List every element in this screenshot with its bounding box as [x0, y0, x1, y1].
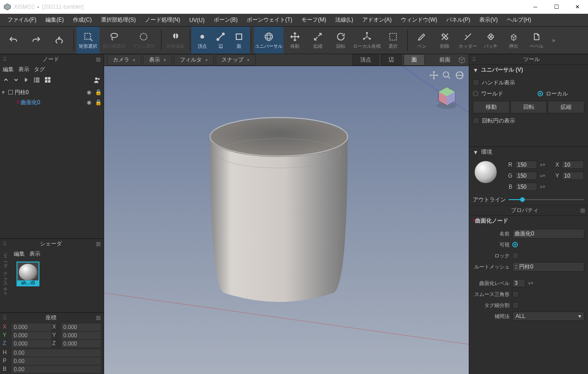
shader-edit-menu[interactable]: 編集 [14, 250, 25, 258]
undo-button[interactable] [2, 27, 25, 54]
out-icon[interactable] [23, 77, 29, 83]
local-radio[interactable] [538, 91, 543, 96]
universal-section-header[interactable]: ▼ユニバーサル (V) [469, 64, 588, 75]
close-button[interactable]: ✕ [567, 0, 588, 14]
grip-icon[interactable]: ⠿ [3, 315, 6, 321]
rotate-tool-button[interactable]: 回転 [329, 27, 352, 54]
camera-dropdown[interactable]: カメラ [107, 54, 141, 66]
menu-window[interactable]: ウィンドウ(W) [397, 14, 441, 26]
recycle-button[interactable] [48, 27, 71, 54]
local-coord-button[interactable]: ローカル座標 [352, 27, 382, 54]
menu-node[interactable]: ノード処理(N) [141, 14, 184, 26]
lasso-select-button[interactable]: 投げ縄選択 [100, 27, 129, 54]
universal-tool-button[interactable]: ユニバーサル [254, 27, 283, 54]
smoothtri-checkbox[interactable] [512, 291, 519, 297]
close-icon[interactable]: ⊠ [96, 314, 101, 321]
visible-radio[interactable] [512, 242, 518, 247]
node-display-menu[interactable]: 表示 [18, 66, 29, 73]
menu-edit[interactable]: 編集(E) [42, 14, 67, 26]
toolbar-overflow[interactable]: » [550, 27, 557, 54]
coord-x[interactable]: 0.000 [12, 324, 51, 331]
rootmesh-field[interactable]: :: 円柱0 [512, 262, 584, 272]
view-face-tab[interactable]: 面 [404, 54, 425, 66]
menu-view[interactable]: 表示(V) [476, 14, 501, 26]
extrude-tool-button[interactable]: 押出 [502, 27, 525, 54]
list-icon[interactable] [33, 76, 40, 84]
coord-y[interactable]: 0.000 [12, 332, 51, 339]
close-icon[interactable]: ⊠ [96, 56, 101, 63]
symmetry-button[interactable]: 対称編集 [164, 27, 187, 54]
coord-p[interactable]: 0.00 [12, 357, 101, 365]
rotate-button[interactable]: 回転 [510, 101, 547, 113]
menu-file[interactable]: ファイル(F) [4, 14, 40, 26]
bevel-tool-button[interactable]: ベベル [525, 27, 548, 54]
lock-checkbox[interactable] [512, 252, 519, 259]
menu-selection[interactable]: 選択部処理(S) [97, 14, 139, 26]
close-icon[interactable]: ⊠ [96, 240, 101, 247]
orbit-icon[interactable] [455, 71, 464, 80]
visibility-icon[interactable]: ◉ [85, 99, 93, 106]
lock-icon[interactable]: 🔒 [94, 99, 102, 106]
redo-button[interactable] [25, 27, 48, 54]
menu-help[interactable]: ヘルプ(H) [503, 14, 535, 26]
view-edge-tab[interactable]: 辺 [381, 54, 402, 66]
env-section-header[interactable]: ▼環境 [469, 146, 588, 157]
menu-uv[interactable]: UV(U) [186, 15, 208, 25]
outline-slider[interactable] [509, 196, 584, 203]
vertex-mode-button[interactable]: 頂点 [193, 27, 211, 54]
filter-dropdown[interactable]: フィルタ [174, 54, 214, 66]
menu-boneweight[interactable]: ボーンウェイト(T) [243, 14, 296, 26]
wireframe-icon[interactable] [458, 56, 466, 64]
interp-select[interactable]: ALL▾ [512, 312, 584, 321]
tree-row[interactable]: ⠿ 曲面化0 ◉ 🔒 [0, 97, 104, 107]
users-icon[interactable] [94, 76, 101, 84]
menu-panel[interactable]: パネル(P) [443, 14, 474, 26]
menu-create[interactable]: 作成(C) [69, 14, 95, 26]
move-button[interactable]: 移動 [473, 101, 510, 113]
scale-button[interactable]: 拡縮 [548, 101, 584, 113]
viewport-3d[interactable] [104, 66, 469, 374]
maximize-button[interactable]: ☐ [546, 0, 567, 14]
coord-z2[interactable]: 0.000 [61, 340, 101, 347]
zoom-icon[interactable] [442, 71, 451, 80]
display-dropdown[interactable]: 表示 [143, 54, 172, 66]
rotcircle-checkbox[interactable] [473, 117, 479, 124]
snap-dropdown[interactable]: スナップ [216, 54, 255, 66]
grip-icon[interactable]: ⠿ [3, 241, 6, 247]
handle-checkbox[interactable] [473, 79, 479, 86]
edge-mode-button[interactable]: 辺 [211, 27, 230, 54]
node-edit-menu[interactable]: 編集 [3, 66, 14, 73]
grip-icon[interactable]: ⠿ [472, 56, 475, 63]
tree-row[interactable]: ▾ 円柱0 ◉ 🔒 [0, 87, 104, 97]
g-input[interactable]: 150 [515, 172, 537, 180]
b-input[interactable]: 150 [515, 183, 537, 191]
nav-cube[interactable] [434, 84, 460, 110]
scale-tool-button[interactable]: 拡縮 [306, 27, 329, 54]
menu-morph[interactable]: モーフ(M) [298, 14, 330, 26]
coord-h[interactable]: 0.00 [12, 349, 101, 357]
select-tool-button[interactable]: 選択 [382, 27, 405, 54]
world-radio[interactable] [473, 91, 478, 96]
shader-display-menu[interactable]: 表示 [29, 250, 40, 258]
menu-bone[interactable]: ボーン(B) [210, 14, 241, 26]
r-input[interactable]: 150 [515, 161, 537, 169]
visibility-icon[interactable]: ◉ [85, 89, 93, 95]
minimize-button[interactable]: ─ [525, 0, 546, 14]
y-input[interactable]: 10 [562, 172, 584, 180]
cutter-tool-button[interactable]: カッター [456, 27, 479, 54]
menu-normal[interactable]: 法線(L) [332, 14, 357, 26]
menu-addon[interactable]: アドオン(A) [359, 14, 395, 26]
down-icon[interactable] [13, 77, 19, 83]
grid-icon[interactable] [44, 76, 51, 84]
pen-tool-button[interactable]: ペン [410, 27, 433, 54]
node-tag-menu[interactable]: タグ [34, 66, 45, 73]
rect-select-button[interactable]: 矩形選択 [77, 27, 100, 54]
pan-icon[interactable] [429, 71, 438, 80]
tagdiv-checkbox[interactable] [512, 302, 519, 308]
delete-tool-button[interactable]: 削除 [433, 27, 456, 54]
lock-icon[interactable]: 🔒 [94, 89, 102, 95]
coord-z[interactable]: 0.000 [12, 340, 51, 347]
name-input[interactable]: 曲面化0 [512, 229, 584, 239]
level-input[interactable]: 3 [512, 279, 525, 287]
brush-select-button[interactable]: ブラシ選択 [129, 27, 158, 54]
